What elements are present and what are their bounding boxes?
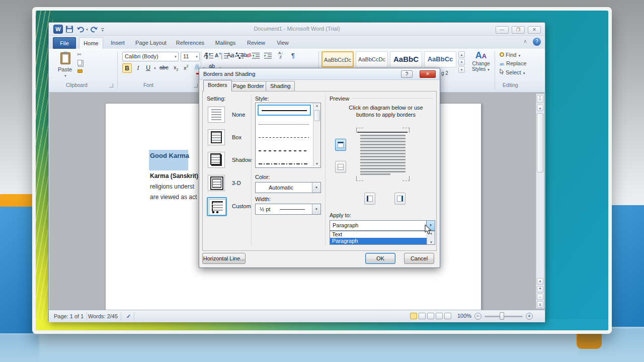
setting-shadow-button[interactable] — [207, 151, 227, 170]
styles-gallery-expand[interactable]: ▼ — [458, 66, 465, 73]
minimize-button[interactable]: — — [496, 26, 509, 34]
help-icon[interactable]: ? — [533, 38, 541, 46]
paste-dropdown-icon[interactable]: ▼ — [64, 74, 67, 77]
paste-button[interactable]: Paste ▼ — [56, 51, 75, 82]
scroll-down-button[interactable]: ▼ — [537, 278, 543, 285]
setting-none-button[interactable] — [207, 106, 227, 125]
tab-insert[interactable]: Insert — [105, 37, 130, 49]
show-hide-pilcrow-button[interactable]: ¶ — [291, 52, 295, 59]
font-dialog-launcher[interactable] — [194, 83, 198, 87]
style-option-dashed-small[interactable] — [258, 132, 311, 142]
tab-mailings[interactable]: Mailings — [210, 37, 241, 49]
right-border-toggle[interactable] — [394, 193, 406, 205]
zoom-slider-thumb[interactable] — [500, 312, 504, 320]
change-styles-button[interactable]: AA Change Styles ▼ — [469, 50, 493, 82]
left-border-toggle[interactable] — [364, 193, 375, 205]
setting-custom-button[interactable] — [207, 197, 227, 216]
previous-page-button[interactable]: ▲▔ — [537, 286, 543, 293]
view-draft[interactable] — [444, 313, 451, 319]
next-page-button[interactable]: ▁▼ — [537, 301, 543, 308]
scrollbar-thumb[interactable] — [537, 113, 543, 172]
subscript-button[interactable]: x2 — [174, 64, 178, 71]
styles-scroll-down[interactable]: ▼ — [458, 59, 465, 65]
dialog-tab-page-border[interactable]: Page Border — [228, 81, 269, 91]
word-count[interactable]: Words: 2/45 — [85, 312, 121, 321]
apply-to-open-list[interactable]: Text Paragraph ▲ ▼ — [330, 231, 435, 245]
browse-object-button[interactable]: ○ — [537, 294, 543, 300]
find-button[interactable]: Find ▼ — [500, 52, 521, 58]
copy-icon[interactable] — [77, 60, 82, 65]
bullets-dropdown-icon[interactable]: ▼ — [215, 55, 218, 58]
width-dropdown[interactable]: ½ pt ▼ — [255, 204, 321, 215]
style-chip-heading2[interactable]: AaBbCc — [424, 51, 456, 67]
horizontal-line-button[interactable]: Horizontal Line... — [202, 253, 246, 264]
tab-view[interactable]: View — [271, 37, 294, 49]
zoom-level[interactable]: 100% — [457, 313, 471, 319]
tab-file[interactable]: File — [53, 37, 76, 49]
dialog-tab-shading[interactable]: Shading — [266, 81, 295, 91]
numbering-dropdown-icon[interactable]: ▼ — [230, 55, 233, 58]
increase-indent-icon[interactable] — [264, 52, 272, 59]
underline-button[interactable]: U — [143, 63, 153, 73]
tab-references[interactable]: References — [172, 37, 209, 49]
format-painter-icon[interactable] — [77, 69, 83, 73]
page-indicator[interactable]: Page: 1 of 1 — [51, 312, 87, 321]
color-dropdown-icon[interactable]: ▼ — [312, 183, 320, 193]
font-size-dropdown-icon[interactable]: ▼ — [195, 55, 198, 58]
underline-dropdown-icon[interactable]: ▼ — [153, 67, 156, 70]
styles-scroll-up[interactable]: ▲ — [458, 51, 465, 58]
dialog-close-button[interactable]: ✕ — [420, 70, 436, 78]
font-name-combo[interactable]: Calibri (Body) — [122, 52, 179, 61]
apply-to-combo[interactable]: Paragraph ▼ — [330, 220, 435, 231]
inside-horizontal-border-toggle[interactable] — [335, 161, 346, 173]
style-chip-heading1[interactable]: AaBbC — [390, 51, 422, 67]
strikethrough-button[interactable]: abc — [159, 64, 169, 70]
view-full-screen[interactable] — [419, 313, 426, 319]
style-scroll-up-icon[interactable]: ▲ — [315, 104, 318, 107]
top-border-toggle[interactable] — [335, 139, 346, 151]
style-option-dashed[interactable] — [258, 145, 311, 155]
ruler-toggle-button[interactable]: ≡≡ — [537, 95, 543, 103]
view-outline[interactable] — [436, 313, 443, 319]
style-chip-no-spacing[interactable]: AaBbCcDc — [356, 51, 388, 67]
style-option-solid[interactable] — [258, 105, 311, 116]
cut-icon[interactable]: ✂ — [77, 51, 82, 58]
clipboard-dialog-launcher[interactable] — [109, 83, 113, 87]
cancel-button[interactable]: Cancel — [404, 253, 434, 264]
tab-review[interactable]: Review — [242, 37, 270, 49]
close-button[interactable]: ✕ — [528, 26, 541, 34]
vertical-scrollbar[interactable]: ≡≡ ▲ ▼ ▲▔ ○ ▁▼ — [536, 94, 544, 309]
style-option-dotted[interactable] — [258, 119, 311, 129]
replace-button[interactable]: abReplace — [500, 60, 526, 66]
view-print-layout[interactable] — [410, 313, 417, 319]
numbering-icon[interactable]: 123 — [221, 52, 229, 59]
multilevel-dropdown-icon[interactable]: ▼ — [245, 55, 248, 58]
color-dropdown[interactable]: Automatic ▼ — [255, 182, 321, 193]
style-option-dash-dot[interactable] — [258, 158, 311, 168]
tab-home[interactable]: Home — [79, 37, 103, 49]
proofing-status-icon[interactable]: ✓ — [123, 312, 134, 321]
bold-button[interactable]: B — [122, 63, 132, 73]
dialog-help-button[interactable]: ? — [401, 70, 413, 78]
bullets-icon[interactable] — [206, 52, 214, 59]
superscript-button[interactable]: x2 — [184, 64, 188, 71]
setting-3d-button[interactable] — [207, 174, 227, 193]
dialog-tab-borders[interactable]: Borders — [203, 80, 232, 92]
style-list-scrollbar[interactable]: ▲ ▼ — [313, 103, 320, 166]
sort-icon[interactable]: A↓Z — [278, 51, 283, 59]
apply-option-paragraph[interactable]: Paragraph — [330, 238, 435, 244]
style-listbox[interactable]: ▲ ▼ — [255, 103, 321, 168]
ribbon-collapse-icon[interactable]: ˄ — [524, 39, 527, 44]
preview-diagram[interactable] — [356, 128, 410, 181]
multilevel-list-icon[interactable] — [236, 52, 244, 59]
italic-button[interactable]: I — [133, 63, 143, 73]
style-scroll-thumb[interactable] — [314, 110, 320, 121]
style-scroll-down-icon[interactable]: ▼ — [315, 162, 318, 165]
ok-button[interactable]: OK — [365, 253, 395, 264]
zoom-out-button[interactable]: − — [474, 313, 481, 320]
select-button[interactable]: Select ▼ — [500, 69, 526, 75]
tab-page-layout[interactable]: Page Layout — [131, 37, 171, 49]
setting-box-button[interactable] — [207, 128, 227, 147]
scroll-up-button[interactable]: ▲ — [537, 105, 543, 111]
style-chip-normal[interactable]: AaBbCcDc — [321, 51, 354, 67]
